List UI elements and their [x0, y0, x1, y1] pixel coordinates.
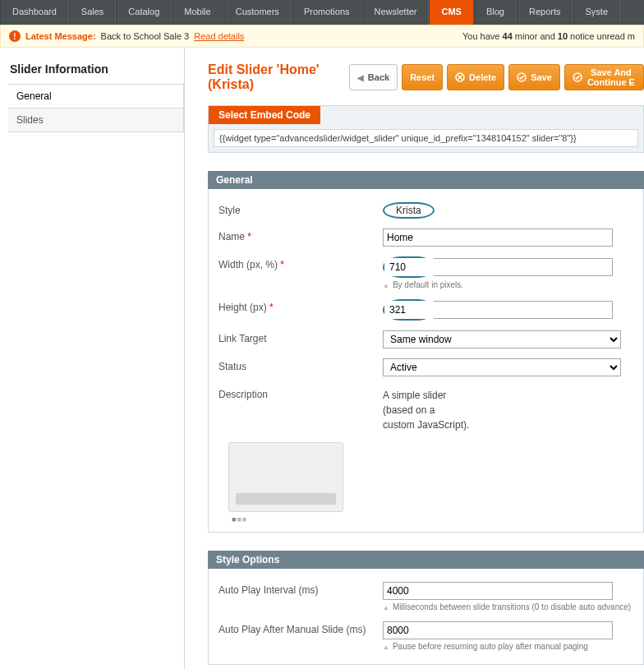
link-target-label: Link Target: [218, 330, 383, 344]
width-help: By default in pixels.: [383, 280, 633, 289]
nav-promotions[interactable]: Promotions: [292, 0, 362, 25]
height-input-rest[interactable]: [434, 301, 613, 319]
general-section-title: General: [208, 171, 644, 189]
minor-count: 44: [503, 31, 513, 41]
name-input[interactable]: [383, 228, 613, 247]
notice-bar: ! Latest Message: Back to School Sale 3 …: [0, 25, 644, 48]
nav-newsletter[interactable]: Newsletter: [362, 0, 430, 25]
style-label: Style: [218, 202, 383, 216]
sidebar-title: Slider Information: [8, 62, 184, 84]
width-input-rest[interactable]: [434, 258, 613, 276]
notice-message: Back to School Sale 3: [101, 31, 190, 41]
style-value: Krista: [383, 202, 435, 219]
height-input[interactable]: [384, 301, 434, 319]
sidebar-tabs: General Slides: [8, 84, 184, 132]
autoplay-interval-label: Auto Play Interval (ms): [218, 582, 383, 596]
autoplay-after-manual-input[interactable]: [383, 621, 613, 639]
save-button[interactable]: Save: [508, 64, 560, 90]
nav-sales[interactable]: Sales: [69, 0, 117, 25]
width-label: Width (px, %) *: [218, 256, 383, 270]
notice-counts: You have 44 minor and 10 notice unread m: [462, 31, 635, 41]
link-target-select[interactable]: Same window: [383, 330, 621, 348]
nav-system[interactable]: Syste: [573, 0, 621, 25]
preview-pager-dots: ■■■: [232, 515, 633, 524]
height-label: Height (px) *: [218, 299, 383, 313]
embed-title: Select Embed Code: [209, 106, 320, 124]
nav-cms[interactable]: CMS: [429, 0, 473, 25]
autoplay-after-manual-label: Auto Play After Manual Slide (ms): [218, 621, 383, 635]
back-arrow-icon: ◀: [357, 73, 364, 82]
slider-preview-thumb: [228, 442, 343, 512]
name-label: Name *: [218, 228, 383, 242]
description-label: Description: [218, 386, 383, 400]
notice-count: 10: [558, 31, 568, 41]
embed-code[interactable]: {{widget type="advancedslider/widget_sli…: [214, 129, 638, 147]
reset-button[interactable]: Reset: [402, 64, 443, 90]
nav-catalog[interactable]: Catalog: [116, 0, 172, 25]
delete-button[interactable]: Delete: [447, 64, 504, 90]
nav-reports[interactable]: Reports: [517, 0, 573, 25]
check-icon: [573, 72, 582, 82]
delete-icon: [455, 72, 465, 82]
nav-blog[interactable]: Blog: [474, 0, 517, 25]
description-value: A simple slider (based on a custom JavaS…: [383, 386, 633, 432]
preview-caption-bar: [236, 493, 336, 505]
main-content: Edit Slider 'Home' (Krista) ◀ Back Reset…: [185, 48, 644, 669]
back-button[interactable]: ◀ Back: [349, 64, 398, 90]
nav-customers[interactable]: Customers: [223, 0, 292, 25]
style-options-title: Style Options: [208, 551, 644, 569]
sidebar-tab-slides[interactable]: Slides: [8, 108, 183, 132]
alert-icon: !: [9, 30, 21, 42]
nav-dashboard[interactable]: Dashboard: [0, 0, 69, 25]
check-icon: [517, 72, 527, 82]
top-nav: Dashboard Sales Catalog Mobile Customers…: [0, 0, 644, 25]
notice-label: Latest Message:: [25, 31, 96, 41]
status-select[interactable]: Active: [383, 358, 621, 376]
width-input[interactable]: [384, 258, 434, 276]
sidebar-tab-general[interactable]: General: [8, 85, 183, 108]
nav-mobile[interactable]: Mobile: [172, 0, 223, 25]
page-title: Edit Slider 'Home' (Krista): [208, 62, 349, 92]
save-continue-button[interactable]: Save And Continue E: [564, 64, 644, 90]
action-buttons: ◀ Back Reset Delete Save Save And Contin…: [349, 64, 644, 90]
autoplay-after-manual-help: Pause before resuming auto play after ma…: [383, 642, 633, 651]
autoplay-interval-help: Milliseconds between slide transitions (…: [383, 602, 633, 611]
status-label: Status: [218, 358, 383, 372]
embed-section: Select Embed Code {{widget type="advance…: [208, 105, 644, 153]
notice-read-details-link[interactable]: Read details: [194, 31, 244, 41]
autoplay-interval-input[interactable]: [383, 582, 613, 600]
sidebar: Slider Information General Slides: [0, 48, 185, 669]
